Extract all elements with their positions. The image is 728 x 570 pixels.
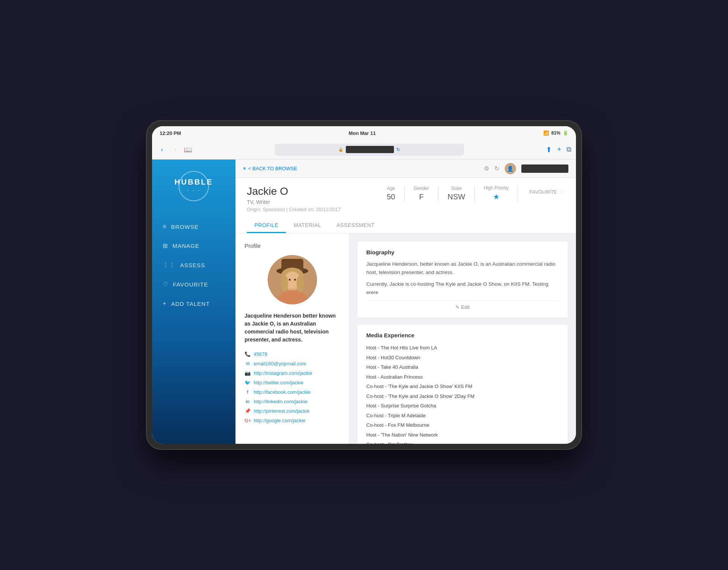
avatar-image: 👤 xyxy=(507,166,513,172)
battery-icon: 🔋 xyxy=(563,130,568,136)
list-item: Host - Surprise Surprise Gotcha xyxy=(366,401,559,411)
priority-stat: High Priority ★ xyxy=(475,185,518,201)
add-talent-label: ADD TALENT xyxy=(171,301,210,307)
contact-facebook: f http://facebook.com/jackie xyxy=(245,389,340,395)
contact-linkedin: in http://linkedin.com/jackie xyxy=(245,399,340,404)
list-item: Host - Take 40 Australia xyxy=(366,362,559,372)
sidebar-item-add-talent[interactable]: + ADD TALENT xyxy=(152,295,235,312)
browser-actions: ⬆ + ⧉ xyxy=(546,146,571,154)
pinterest-link[interactable]: http://pinterest.com/jackie xyxy=(254,408,309,414)
bio-text-2: Currently, Jackie is co-hosting The Kyle… xyxy=(366,280,559,296)
favourite-button[interactable]: FAVOURITE ♡ xyxy=(529,185,565,199)
heart-icon: ♡ xyxy=(559,188,565,196)
wifi-icon: 📶 xyxy=(543,130,549,136)
logo-circle: HUBBLE · · · xyxy=(179,171,209,201)
left-panel: Profile xyxy=(235,233,349,444)
priority-star: ★ xyxy=(484,192,508,201)
media-items-list: Host - The Hot Hits Live from LAHost - H… xyxy=(366,343,559,444)
sidebar-item-manage[interactable]: ⊞ MANAGE xyxy=(152,237,235,255)
facebook-icon: f xyxy=(245,389,251,395)
battery-percent: 81% xyxy=(551,130,560,136)
left-panel-title: Profile xyxy=(245,243,340,249)
list-item: Co-host - Triple M Adelaide xyxy=(366,411,559,421)
forward-button[interactable]: › xyxy=(170,144,181,155)
tab-assessment[interactable]: ASSESSMENT xyxy=(329,218,382,233)
svg-point-9 xyxy=(289,279,290,281)
facebook-link[interactable]: http://facebook.com/jackie xyxy=(254,389,311,395)
state-stat: State NSW xyxy=(438,186,475,201)
favourite-label: FAVOURITE xyxy=(529,189,557,195)
favourite-nav-icon: ♡ xyxy=(163,281,168,288)
gender-value: F xyxy=(414,193,429,201)
profile-header: Jackie O TV, Writer Origin: Spaceooo | C… xyxy=(235,178,576,233)
contact-phone: 📞 45678 xyxy=(245,351,340,357)
linkedin-link[interactable]: http://linkedin.com/jackie xyxy=(254,399,308,404)
add-talent-icon: + xyxy=(163,300,166,307)
sidebar-logo: HUBBLE · · · xyxy=(179,171,209,203)
manage-label: MANAGE xyxy=(173,243,199,249)
twitter-icon: 🐦 xyxy=(245,380,251,385)
phone-number: 45678 xyxy=(254,351,267,357)
email-link[interactable]: email160@yopmail.com xyxy=(254,361,306,366)
sync-icon[interactable]: ↻ xyxy=(494,165,499,172)
new-tab-icon[interactable]: + xyxy=(557,146,561,153)
share-icon[interactable]: ⬆ xyxy=(546,146,552,154)
edit-biography-button[interactable]: ✎ Edit xyxy=(366,300,559,310)
svg-point-10 xyxy=(294,279,296,281)
pinterest-icon: 📌 xyxy=(245,408,251,414)
status-bar: 12:20 PM Mon Mar 11 📶 81% 🔋 xyxy=(152,126,576,140)
linkedin-icon: in xyxy=(245,399,251,404)
list-item: Co-host - 'The Kyle and Jackie O Show' K… xyxy=(366,382,559,391)
profile-photo-svg xyxy=(268,255,317,304)
origin-text: Origin: Spaceooo xyxy=(247,207,285,212)
top-bar-actions: ⚙ ↻ 👤 xyxy=(484,163,568,174)
state-label: State xyxy=(447,186,465,191)
profile-stats: Age 50 Gender F State NSW xyxy=(387,185,518,201)
back-label: < BACK TO BROWSE xyxy=(248,166,297,171)
instagram-link[interactable]: http://instagram.com/jackie xyxy=(254,370,312,376)
lock-icon: 🔒 xyxy=(338,147,344,152)
logo-dots: · · · xyxy=(174,186,213,194)
google-link[interactable]: http://google.com/jackie xyxy=(254,418,306,423)
list-item: Host - 'The Nation' Nine Network xyxy=(366,430,559,440)
main-content: ≡ < BACK TO BROWSE ⚙ ↻ 👤 xyxy=(235,160,576,444)
back-to-browse-button[interactable]: ≡ < BACK TO BROWSE xyxy=(243,166,297,171)
user-avatar[interactable]: 👤 xyxy=(505,163,516,174)
settings-icon[interactable]: ⚙ xyxy=(484,165,489,172)
media-title: Media Experience xyxy=(366,332,559,338)
top-bar: ≡ < BACK TO BROWSE ⚙ ↻ 👤 xyxy=(235,160,576,178)
assess-icon: ⋮⋮ xyxy=(163,262,176,269)
username-display xyxy=(521,164,568,173)
tab-profile[interactable]: PROFILE xyxy=(247,218,286,233)
favourite-nav-label: FAVOURITE xyxy=(173,281,208,288)
profile-body: Profile xyxy=(235,233,576,444)
browser-navigation: ‹ › 📖 xyxy=(157,144,192,155)
back-button[interactable]: ‹ xyxy=(157,144,167,155)
tabs-icon[interactable]: ⧉ xyxy=(566,146,571,153)
biography-title: Biography xyxy=(366,249,559,255)
status-time: 12:20 PM xyxy=(160,130,181,136)
refresh-icon[interactable]: ↻ xyxy=(396,147,400,152)
svg-point-8 xyxy=(297,275,304,292)
phone-icon: 📞 xyxy=(245,351,251,357)
sidebar-item-browse[interactable]: ≡ BROWSE xyxy=(152,218,235,235)
assess-label: ASSESS xyxy=(180,262,205,268)
sidebar-item-favourite[interactable]: ♡ FAVOURITE xyxy=(152,276,235,293)
bio-text-1: Jacqueline Henderson, better known as Ja… xyxy=(366,260,559,276)
email-icon: ✉ xyxy=(245,361,251,366)
google-icon: G+ xyxy=(245,418,251,423)
status-right: 📶 81% 🔋 xyxy=(543,130,568,136)
bookmark-icon[interactable]: 📖 xyxy=(184,146,192,154)
sidebar-item-assess[interactable]: ⋮⋮ ASSESS xyxy=(152,256,235,274)
address-bar[interactable]: 🔒 ↻ xyxy=(275,144,464,156)
gender-label: Gender xyxy=(414,186,429,191)
browser-bar: ‹ › 📖 🔒 ↻ ⬆ + ⧉ xyxy=(152,140,576,160)
profile-photo xyxy=(268,255,317,304)
list-item: Co-host - Fox FM Melbourne xyxy=(366,420,559,430)
state-value: NSW xyxy=(447,193,465,201)
tab-material[interactable]: MATERIAL xyxy=(286,218,329,233)
profile-subtitle: TV, Writer xyxy=(247,199,341,205)
profile-description: Jacqueline Henderson better known as Jac… xyxy=(245,312,340,344)
profile-info: Jackie O TV, Writer Origin: Spaceooo | C… xyxy=(247,185,341,212)
twitter-link[interactable]: http://twitter.com/jackie xyxy=(254,380,304,385)
